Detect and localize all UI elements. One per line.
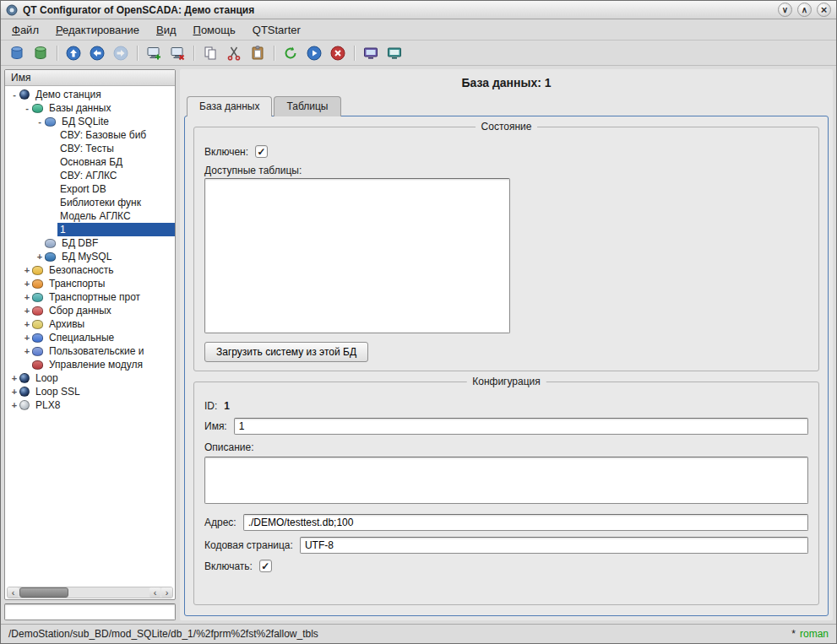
tree-item[interactable]: Модель АГЛКС [5,209,175,223]
tree-item-label: Модель АГЛКС [57,209,175,223]
tree-item[interactable]: СВУ: Базовые биб [5,128,175,142]
play-icon [306,45,323,62]
tree-item[interactable]: СВУ: АГЛКС [5,169,175,182]
name-input[interactable] [234,418,808,435]
add-item-button[interactable] [143,42,165,63]
tree-item[interactable]: +БД MySQL [5,250,175,263]
go-back-button[interactable] [86,42,108,63]
tree-item[interactable]: +Loop [5,371,175,385]
go-forward-button[interactable] [110,42,132,63]
tree-item-label: Loop SSL [33,385,175,398]
enable-checkbox[interactable] [259,560,272,572]
menu-view[interactable]: Вид [149,21,184,39]
enable-row: Включать: [204,560,808,572]
delete-item-button[interactable] [166,42,188,63]
close-icon: × [821,4,828,15]
tree-expander-icon[interactable]: + [9,371,19,385]
qt-configurator-button[interactable] [383,42,405,63]
load-from-db-button[interactable] [6,42,28,63]
tree-item[interactable]: СВУ: Тесты [5,142,175,155]
qt-vision-button[interactable] [360,42,382,63]
tree-expander-icon[interactable]: - [35,115,45,128]
titlebar[interactable]: QT Configurator of OpenSCADA: Демо станц… [1,1,836,19]
tree-item[interactable]: Управление модуля [5,358,175,371]
save-to-db-button[interactable] [30,42,52,63]
start-updating-button[interactable] [303,42,325,63]
tree-expander-icon[interactable]: - [9,88,19,101]
tree-item[interactable]: Export DB [5,182,175,196]
tree-item[interactable]: +Специальные [5,331,175,344]
station-icon [19,387,30,397]
tree-item[interactable]: +Транспорты [5,277,175,290]
refresh-button[interactable] [280,42,302,63]
tree-expander-icon[interactable]: + [9,385,19,398]
cut-item-button[interactable] [223,42,245,63]
scroll-left-button-2[interactable]: ‹ [149,587,160,598]
tree-item[interactable]: БД DBF [5,236,175,250]
horizontal-scrollbar[interactable]: ‹ ‹ › [7,587,173,598]
tree-column-header[interactable]: Имя [5,70,175,86]
tree-item[interactable]: -Базы данных [5,101,175,115]
main-area: Имя -Демо станция-Базы данных-БД SQLiteС… [1,66,836,624]
tree-item[interactable]: +Архивы [5,317,175,331]
scroll-left-button[interactable]: ‹ [8,587,19,598]
tree-item-label: БД DBF [59,236,175,250]
scrollbar-track[interactable] [69,587,149,598]
statusbar: /DemoStation/sub_BD/mod_SQLite/db_1/%2fp… [1,624,836,643]
tree-item[interactable]: Библиотеки функ [5,196,175,209]
stop-updating-button[interactable] [327,42,349,63]
tree-expander-icon[interactable]: + [22,331,32,344]
add-item-icon [145,45,162,62]
modules-icon [32,360,43,370]
stop-icon [329,45,346,62]
tree-expander-icon[interactable]: + [22,263,32,277]
save-to-db-icon [32,45,49,62]
menu-help[interactable]: Помощь [186,21,243,39]
tree-expander-icon[interactable]: + [22,304,32,317]
tree-expander-icon[interactable]: + [22,344,32,358]
tree-expander-icon[interactable]: + [9,398,19,412]
minimize-button[interactable]: ∨ [778,3,792,17]
tree-expander-icon[interactable]: + [22,290,32,304]
menu-qtstarter[interactable]: QTStarter [245,21,308,39]
scroll-right-button[interactable]: › [161,587,172,598]
tree-search-input[interactable] [4,603,176,620]
scrollbar-thumb[interactable] [19,587,68,598]
description-textarea[interactable] [204,457,808,504]
codepage-row: Кодовая страница: [204,537,808,554]
tables-listbox[interactable] [204,178,510,333]
tree-item[interactable]: +Транспортные прот [5,290,175,304]
tree-expander-icon[interactable]: - [22,101,32,115]
tree-expander-icon[interactable]: + [22,277,32,290]
tree-item[interactable]: +Loop SSL [5,385,175,398]
arrow-up-icon [65,45,82,62]
address-input[interactable] [243,514,808,531]
tree-item[interactable]: -Демо станция [5,88,175,101]
tree-item[interactable]: 1 [5,223,175,236]
enabled-checkbox[interactable] [255,145,268,158]
tree-expander-icon[interactable]: + [22,317,32,331]
tree-item-label: БД SQLite [59,115,175,128]
address-row: Адрес: [204,514,808,531]
tree-item[interactable]: +Пользовательские и [5,344,175,358]
tab-database[interactable]: База данных [187,96,272,116]
menu-file[interactable]: Файл [4,21,46,39]
menu-edit[interactable]: Редактирование [48,21,147,39]
window-title: QT Configurator of OpenSCADA: Демо станц… [23,4,773,16]
tree-item[interactable]: Основная БД [5,155,175,169]
tree-item[interactable]: +Безопасность [5,263,175,277]
load-system-button[interactable]: Загрузить систему из этой БД [204,342,368,362]
station-icon [19,89,30,100]
copy-item-button[interactable] [199,42,221,63]
tree-item[interactable]: +PLX8 [5,398,175,412]
tree-item[interactable]: -БД SQLite [5,115,175,128]
close-button[interactable]: × [817,3,831,17]
go-up-button[interactable] [63,42,84,63]
paste-item-button[interactable] [247,42,269,63]
state-group-title: Состояние [476,121,538,133]
maximize-button[interactable]: ∧ [797,3,812,17]
tab-tables[interactable]: Таблицы [274,96,340,116]
tree-item[interactable]: +Сбор данных [5,304,175,317]
tree-expander-icon[interactable]: + [35,250,45,263]
codepage-input[interactable] [300,537,808,554]
